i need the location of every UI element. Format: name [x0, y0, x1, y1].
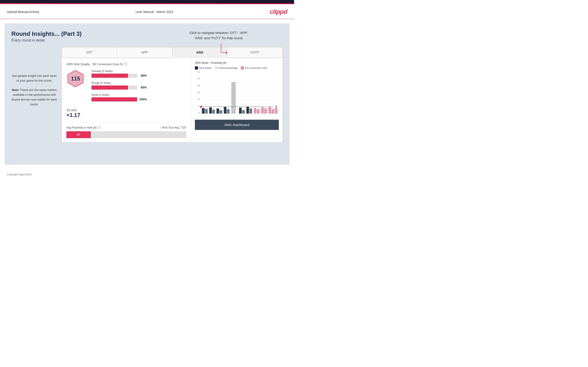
hex-number: 115 [71, 75, 80, 82]
header-upload-label: Upload Manual Activity [7, 10, 39, 14]
svg-rect-19 [205, 109, 208, 114]
svg-text:0: 0 [199, 112, 200, 114]
bar-row-sand: Sand (1 shots) 100% [92, 93, 186, 102]
svg-text:20: 20 [198, 84, 200, 87]
svg-rect-32 [257, 109, 260, 114]
chart-area: 0 5 10 15 20 25 30 [195, 71, 279, 117]
bar-label-rough: Rough (5 shots) [92, 81, 186, 84]
arg-shot-quality-label: ARG Shot Quality [66, 62, 90, 66]
arrow-container [189, 42, 249, 58]
bar-row-fairway: Fairway (5 shots) 80% [92, 69, 186, 79]
conversion-zone-label: 6ft Conversion Zone % ? [93, 62, 127, 66]
insight-text-main: Get greater insight into each facet of y… [11, 74, 57, 106]
proximity-bar-track: 77' [66, 131, 186, 138]
bar-pct-fairway: 80% [141, 74, 147, 77]
bar-track-rough [92, 85, 137, 90]
arg-dashboard-button[interactable]: ARG Dashboard [195, 120, 279, 130]
svg-text:30: 30 [198, 71, 200, 73]
tab-app[interactable]: APP [117, 47, 172, 58]
bar-fill-fairway [92, 74, 128, 78]
legend-up-down-label: Up & Down [199, 67, 212, 69]
svg-rect-30 [249, 108, 252, 114]
copyright: Copyright Clippd 2021 [7, 173, 32, 176]
insight-text: Get greater insight into each facet of y… [11, 74, 57, 107]
svg-text:25: 25 [198, 77, 200, 80]
logo: clippd [270, 8, 287, 16]
bars-container: Fairway (5 shots) 80% Rough (5 shots) [92, 69, 186, 105]
svg-rect-29 [246, 107, 249, 114]
svg-rect-20 [209, 107, 212, 114]
navigation-arrow [219, 42, 233, 58]
svg-marker-2 [226, 51, 227, 54]
hex-container: 115 Fairway (5 shots) 80% [66, 69, 186, 105]
legend-round-avg: Round Average [215, 67, 238, 69]
main-content: Round Insights... (Part 3) Every round i… [5, 24, 290, 165]
proximity-value: 77' [77, 133, 80, 137]
proximity-header: Avg Proximity to Hole (ft) ? ↑ PGA Tour … [66, 126, 186, 129]
tab-ott[interactable]: OTT [62, 47, 117, 58]
conversion-zone-help-icon[interactable]: ? [124, 62, 127, 66]
svg-text:15: 15 [198, 91, 200, 93]
pga-avg: ↑ PGA Tour Avg: 7'10" [160, 126, 186, 129]
sg-arg: SG ARG +1.17 [66, 109, 186, 118]
legend-hatched-conversion [241, 66, 244, 69]
legend-dashed-round-avg [215, 68, 219, 68]
svg-rect-24 [224, 107, 227, 114]
svg-rect-28 [242, 110, 245, 114]
arg-chart-svg: 0 5 10 15 20 25 30 [195, 71, 279, 117]
navigation-hint-text: Click to navigate between 'OTT', 'APP','… [189, 30, 249, 41]
chart-header: ARG Shots - Proximity (ft) Up & Down Rou… [195, 61, 279, 69]
bar-track-fairway [92, 74, 137, 78]
top-bar [0, 0, 294, 4]
bar-fill-sand [92, 97, 137, 101]
svg-rect-18 [202, 108, 205, 114]
bar-pct-rough: 80% [141, 86, 147, 89]
proximity-label: Avg Proximity to Hole (ft) ? [66, 126, 101, 129]
svg-text:8: 8 [275, 105, 277, 108]
bar-label-fairway: Fairway (5 shots) [92, 69, 186, 73]
bar-pct-sand: 100% [139, 98, 147, 101]
hexagon: 115 [66, 69, 85, 88]
svg-rect-35 [268, 107, 271, 114]
proximity-section: Avg Proximity to Hole (ft) ? ↑ PGA Tour … [66, 122, 186, 138]
left-section: ARG Shot Quality 6ft Conversion Zone % ?… [62, 58, 191, 142]
tabs-row: OTT APP ARG PUTT [62, 47, 283, 58]
svg-text:5: 5 [199, 105, 200, 107]
svg-rect-31 [254, 108, 257, 114]
header: Upload Manual Activity User Manual - Mar… [0, 4, 294, 19]
round-panel: OTT APP ARG PUTT ARG Shot Quality 6ft Co… [62, 47, 283, 142]
legend-conversion-label: 6 ft conversion zone [245, 67, 267, 69]
svg-rect-34 [264, 108, 267, 114]
svg-rect-21 [212, 110, 215, 114]
legend-up-down: Up & Down [195, 66, 212, 69]
chart-legend: Up & Down Round Average 6 ft conversion … [195, 66, 268, 69]
svg-rect-23 [219, 110, 222, 114]
legend-round-avg-label: Round Average [220, 67, 238, 69]
svg-rect-25 [227, 109, 230, 114]
right-section: ARG Shots - Proximity (ft) Up & Down Rou… [191, 58, 283, 142]
chart-title: ARG Shots - Proximity (ft) [195, 61, 226, 65]
svg-rect-33 [261, 107, 264, 114]
bar-fill-rough [92, 85, 128, 90]
header-manual-label: User Manual - March 2022 [136, 10, 173, 14]
proximity-help-icon[interactable]: ? [97, 126, 101, 129]
svg-rect-22 [216, 108, 219, 114]
svg-rect-27 [239, 108, 242, 114]
legend-box-up-down [195, 66, 198, 69]
bar-label-sand: Sand (1 shots) [92, 93, 186, 96]
svg-rect-37 [275, 108, 278, 114]
arg-shot-quality-header: ARG Shot Quality 6ft Conversion Zone % ? [66, 62, 186, 66]
svg-point-39 [200, 106, 202, 108]
footer: Copyright Clippd 2021 [0, 169, 294, 179]
bar-row-rough: Rough (5 shots) 80% [92, 81, 186, 91]
svg-rect-26 [231, 82, 236, 114]
legend-conversion-zone: 6 ft conversion zone [241, 66, 267, 69]
sg-arg-label: SG ARG [66, 109, 186, 112]
sg-arg-value: +1.17 [66, 112, 186, 118]
navigation-hint: Click to navigate between 'OTT', 'APP','… [189, 30, 249, 58]
svg-text:10: 10 [198, 98, 200, 100]
proximity-marker [90, 131, 91, 138]
proximity-bar-fill: 77' [66, 131, 90, 138]
bar-track-sand [92, 97, 137, 101]
svg-rect-36 [272, 109, 274, 114]
